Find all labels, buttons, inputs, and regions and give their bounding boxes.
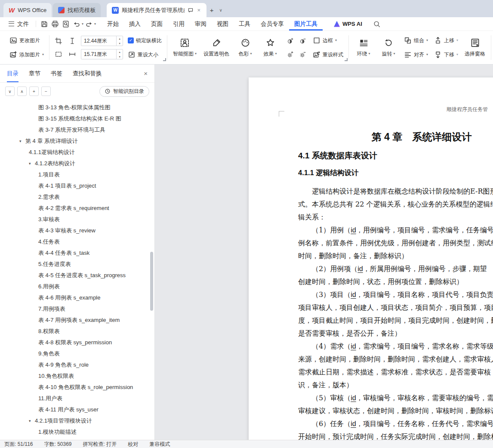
toc-item[interactable]: 表 4-8 权限表 sys_permission: [0, 337, 154, 348]
menu-item-会员专享[interactable]: 会员专享: [256, 17, 289, 31]
menu-item-审阅[interactable]: 审阅: [190, 17, 212, 31]
width-value[interactable]: 15.71厘米: [81, 51, 116, 58]
change-picture-button[interactable]: 更改图片: [8, 35, 45, 46]
selection-pane-button[interactable]: 选择窗格: [463, 38, 487, 58]
toc-item[interactable]: 表 4-4 任务表 s_task: [0, 247, 154, 259]
toc-item[interactable]: 表 4-10 角色权限表 s_role_permission: [0, 382, 154, 393]
dialog-launcher-icon[interactable]: [345, 58, 348, 61]
proofread-button[interactable]: 校对: [128, 441, 138, 448]
collapse-all-button[interactable]: ∨: [5, 87, 15, 96]
print-button[interactable]: [49, 19, 60, 29]
color-button[interactable]: 色彩▾: [234, 38, 256, 58]
comment-icon[interactable]: [188, 7, 194, 13]
toc-item[interactable]: 表 4-5 任务进度表 s_task_progress: [0, 270, 154, 281]
toc-item[interactable]: 4.任务表: [0, 236, 154, 247]
document-page[interactable]: 顺捷程序员任务管 第 4 章 系统详细设计 4.1 系统数据库表设计 4.1.1…: [249, 77, 493, 440]
toc-item[interactable]: 表 4-2 需求表 s_requirement: [0, 203, 154, 214]
toc-item[interactable]: 7.用例项表: [0, 303, 154, 315]
spinner-up-icon[interactable]: ▴: [117, 36, 123, 41]
toc-item[interactable]: 9.角色表: [0, 348, 154, 359]
menu-item-插入[interactable]: 插入: [124, 17, 146, 31]
sidebar-tab-查找和替换[interactable]: 查找和替换: [73, 65, 102, 82]
toc-item[interactable]: 表 4-11 用户表 sys_user: [0, 404, 154, 415]
menu-item-引用[interactable]: 引用: [168, 17, 190, 31]
move-up-button[interactable]: 上移 ▾: [433, 35, 459, 46]
smart-cutout-button[interactable]: 智能抠图▾: [171, 38, 198, 58]
wps-ai-button[interactable]: WPS AI: [334, 21, 362, 27]
smart-identify-toc-button[interactable]: 智能识别目录: [99, 86, 149, 97]
toc-item[interactable]: 1.模块功能描述: [0, 426, 154, 438]
contrast-down-button[interactable]: [297, 35, 308, 46]
reset-style-button[interactable]: 重设样式: [311, 49, 345, 60]
toc-item[interactable]: 表 4-1 项目表 s_project: [0, 180, 154, 192]
toc-item[interactable]: ▾4.2.1项目管理模块设计: [0, 415, 154, 426]
move-down-button[interactable]: 下移 ▾: [433, 49, 459, 60]
close-tab-icon[interactable]: ×: [197, 7, 202, 13]
expand-all-button[interactable]: ∧: [17, 87, 27, 96]
toc-item[interactable]: 图 3-13 角色-权限实体属性图: [0, 102, 154, 113]
toc-expand-arrow-icon[interactable]: ▾: [19, 139, 25, 143]
lock-aspect-checkbox[interactable]: ✓ 锁定纵横比: [126, 35, 163, 46]
menu-item-开始[interactable]: 开始: [102, 17, 124, 31]
sidebar-tab-目录[interactable]: 目录: [7, 65, 18, 82]
print-preview-button[interactable]: [60, 19, 71, 29]
set-transparent-button[interactable]: 设置透明色: [202, 38, 231, 58]
wrap-button[interactable]: 环绕▾: [353, 38, 374, 58]
picture-outline-button[interactable]: [53, 49, 64, 59]
close-sidebar-icon[interactable]: ×: [144, 70, 148, 77]
search-icon[interactable]: [372, 19, 382, 29]
add-picture-button[interactable]: 添加图片 ▾: [8, 49, 45, 60]
spellcheck-status[interactable]: 拼写检查: 打开: [83, 441, 117, 448]
toc-item[interactable]: 2.需求表: [0, 192, 154, 203]
zoom-out-outline-button[interactable]: −: [41, 87, 51, 96]
brightness-down-button[interactable]: [297, 49, 308, 60]
tab-wps-office[interactable]: W WPS Office: [3, 3, 52, 17]
undo-button[interactable]: [71, 19, 82, 29]
toc-item[interactable]: 表 4-6 用例表 s_example: [0, 292, 154, 303]
toc-item[interactable]: 4.1.1逻辑结构设计: [0, 147, 154, 158]
spinner-up-icon[interactable]: ▴: [117, 49, 123, 54]
toc-item[interactable]: 表 4-3 审核表 s_review: [0, 225, 154, 236]
contrast-up-button[interactable]: [284, 35, 296, 46]
page-indicator[interactable]: 页面: 51/116: [4, 441, 33, 448]
toc-item[interactable]: ▾4.1.2表结构设计: [0, 158, 154, 169]
toc-expand-arrow-icon[interactable]: ▾: [29, 419, 35, 423]
spinner-down-icon[interactable]: ▾: [117, 54, 123, 59]
dialog-launcher-icon[interactable]: [163, 58, 166, 61]
border-button[interactable]: 边框 ▾: [311, 35, 345, 46]
rotate-button[interactable]: 旋转▾: [378, 38, 399, 58]
sidebar-tab-书签[interactable]: 书签: [51, 65, 62, 82]
crop-button[interactable]: [53, 36, 64, 46]
tab-docer-templates[interactable]: 找稻壳模板: [53, 3, 101, 17]
tab-list-chevron-icon[interactable]: ∨: [217, 4, 225, 15]
toc-item[interactable]: 11.用户表: [0, 393, 154, 404]
tab-current-document[interactable]: W 顺捷程序员任务管理系统的设 ×: [107, 3, 206, 17]
menu-item-图片工具[interactable]: 图片工具: [289, 17, 323, 31]
width-stepper[interactable]: 15.71厘米 ▴▾: [81, 49, 123, 59]
toc-item[interactable]: 5.任务进度表: [0, 259, 154, 270]
redo-dropdown-icon[interactable]: ▾: [94, 22, 96, 26]
toc-item[interactable]: 表 4-9 角色表 s_role: [0, 359, 154, 371]
align-button[interactable]: 对齐 ▾: [403, 49, 429, 60]
reset-size-button[interactable]: 重设大小: [126, 49, 163, 60]
menu-item-页面[interactable]: 页面: [146, 17, 168, 31]
toc-item[interactable]: 10.角色权限表: [0, 371, 154, 382]
effect-button[interactable]: 效果▾: [259, 38, 281, 58]
zoom-in-outline-button[interactable]: +: [29, 87, 39, 96]
toc-item[interactable]: 图 3-15 系统概念结构实体 E-R 图: [0, 113, 154, 124]
new-tab-button[interactable]: +: [206, 4, 217, 15]
menu-item-工具[interactable]: 工具: [234, 17, 256, 31]
word-count[interactable]: 字数: 50369: [44, 441, 71, 448]
file-menu-button[interactable]: 文件: [4, 17, 33, 31]
toc-item[interactable]: 8.权限表: [0, 326, 154, 337]
group-button[interactable]: 组合 ▾: [403, 35, 429, 46]
toc-expand-arrow-icon[interactable]: ▾: [29, 161, 35, 166]
menu-item-视图[interactable]: 视图: [212, 17, 234, 31]
toc-item[interactable]: 1.项目表: [0, 169, 154, 180]
height-value[interactable]: 12.44厘米: [81, 37, 116, 45]
sidebar-scrollbar-thumb[interactable]: [150, 252, 153, 311]
spinner-down-icon[interactable]: ▾: [117, 41, 123, 46]
save-button[interactable]: [39, 19, 49, 29]
toc-item[interactable]: ▾第 4 章 系统详细设计: [0, 136, 154, 147]
toc-item[interactable]: 3.审核表: [0, 214, 154, 225]
